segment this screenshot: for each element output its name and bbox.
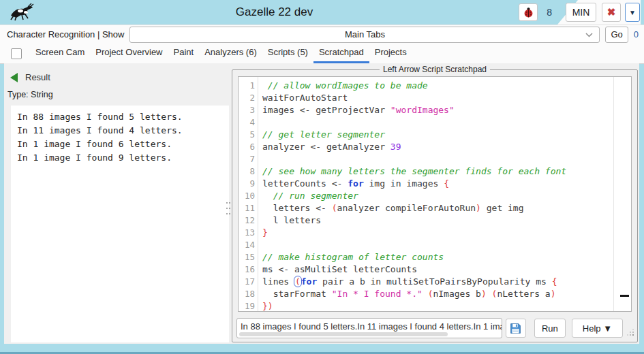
app-window: Gazelle 22 dev 8 MIN ✖ ▼ Character Recog… — [0, 0, 644, 354]
hscroll-thumb[interactable] — [239, 332, 448, 336]
result-line: In 11 images I found 4 letters. — [17, 124, 229, 138]
code-editor[interactable]: 12345678910111213141516171819 // allow w… — [238, 76, 632, 312]
status-row: In 88 images I found 5 letters.In 11 ima… — [236, 318, 634, 338]
line-number: 4 — [239, 116, 255, 129]
code-line: ms <- asMultiSet letterCounts — [262, 263, 613, 276]
line-number: 8 — [239, 165, 255, 178]
tab-projects[interactable]: Projects — [369, 44, 412, 63]
tab-bar: Screen CamProject OverviewPaintAnalyzers… — [0, 44, 644, 64]
minimize-button[interactable]: MIN — [566, 3, 596, 22]
code-line: // allow wordImages to be made — [262, 80, 613, 92]
go-counter: 0 — [634, 29, 640, 39]
debug-count-badge: 8 — [547, 7, 552, 18]
groupbox-legend: Left Arrow Script Scratchpad — [380, 65, 490, 74]
close-button[interactable]: ✖ — [602, 3, 621, 22]
floppy-disk-icon — [510, 323, 521, 334]
code-line: letterCounts <- for img in images { — [262, 178, 613, 190]
code-line: // get letter segmenter — [262, 129, 613, 141]
line-number: 16 — [239, 263, 255, 276]
debug-bug-button[interactable] — [519, 3, 538, 21]
editor-scrollbar[interactable] — [613, 77, 631, 311]
line-number-gutter: 12345678910111213141516171819 — [239, 77, 258, 311]
result-line: In 88 images I found 5 letters. — [17, 110, 229, 124]
resize-grip[interactable] — [626, 328, 634, 336]
content-area: Result Type: String In 88 images I found… — [4, 63, 639, 344]
code-line: images <- getProjectVar "wordImages" — [262, 104, 613, 116]
line-number: 12 — [239, 214, 255, 227]
line-number: 1 — [239, 80, 255, 92]
code-line: }) — [262, 300, 613, 311]
scrollbar-position-mark — [620, 295, 629, 297]
status-output-field[interactable]: In 88 images I found 5 letters.In 11 ima… — [236, 318, 502, 338]
resize-grip-icon — [632, 334, 634, 336]
close-icon: ✖ — [607, 6, 616, 18]
code-line: } — [262, 227, 613, 239]
help-menu-button[interactable]: Help ▼ — [572, 319, 623, 338]
result-type-label: Type: String — [7, 90, 229, 99]
line-number: 7 — [239, 153, 255, 165]
line-number: 11 — [239, 202, 255, 214]
code-line: l letters — [262, 214, 613, 227]
code-line — [262, 116, 613, 129]
code-line: // see how many letters the segmenter fi… — [262, 165, 613, 178]
save-button[interactable] — [506, 319, 526, 338]
panel-splitter[interactable] — [225, 63, 230, 344]
tab-screen-cam[interactable]: Screen Cam — [30, 44, 90, 63]
run-button[interactable]: Run — [534, 319, 566, 338]
code-text[interactable]: // allow wordImages to be madewaitForAut… — [258, 77, 613, 311]
show-combobox[interactable]: Main Tabs — [129, 27, 600, 43]
code-line — [262, 153, 613, 165]
code-line: starFormat "In * I found *." (nImages b)… — [262, 288, 613, 300]
line-number: 19 — [239, 300, 255, 312]
chevron-down-icon: ▼ — [629, 9, 636, 16]
result-panel: Result Type: String In 88 images I found… — [4, 63, 229, 344]
line-number: 9 — [239, 178, 255, 190]
toolbar: Character Recognition | Show Main Tabs G… — [0, 25, 644, 44]
back-arrow-icon — [10, 73, 18, 82]
code-line — [262, 239, 613, 251]
ladybug-icon — [523, 7, 534, 18]
line-number: 6 — [239, 141, 255, 153]
splitter-grip-icon — [226, 202, 228, 204]
tab-scratchpad[interactable]: Scratchpad — [313, 44, 369, 63]
tab-project-overview[interactable]: Project Overview — [90, 44, 168, 63]
result-output: In 88 images I found 5 letters.In 11 ima… — [11, 106, 229, 342]
result-line: In 1 image I found 9 letters. — [17, 151, 229, 165]
line-number: 13 — [239, 227, 255, 239]
screen-cam-checkbox[interactable] — [11, 48, 22, 59]
code-line: letters <- (analyzer compileForAutoRun) … — [262, 202, 613, 214]
go-button[interactable]: Go — [605, 27, 628, 43]
line-number: 2 — [239, 92, 255, 104]
result-line: In 1 image I found 6 letters. — [17, 138, 229, 151]
tab-paint[interactable]: Paint — [168, 44, 200, 63]
code-line: // run segmenter — [262, 190, 613, 202]
tab-scripts-5[interactable]: Scripts (5) — [262, 44, 313, 63]
line-number: 14 — [239, 239, 255, 251]
result-header-label: Result — [25, 72, 50, 82]
code-line: analyzer <- getAnalyzer 39 — [262, 141, 613, 153]
code-line: // make histogram of letter counts — [262, 251, 613, 263]
line-number: 15 — [239, 251, 255, 263]
chevron-down-icon — [585, 33, 593, 37]
titlebar-controls: 8 MIN ✖ ▼ — [519, 0, 640, 25]
tab-analyzers-6[interactable]: Analyzers (6) — [199, 44, 262, 63]
window-menu-button[interactable]: ▼ — [625, 3, 640, 22]
line-number: 17 — [239, 276, 255, 288]
line-number: 18 — [239, 288, 255, 300]
line-number: 5 — [239, 129, 255, 141]
scratchpad-groupbox: Left Arrow Script Scratchpad 12345678910… — [232, 69, 638, 342]
toolbar-label: Character Recognition | Show — [7, 29, 124, 39]
code-line: waitForAutoStart — [262, 92, 613, 104]
code-line: lines (for pair a b in multiSetToPairsBy… — [262, 276, 613, 288]
status-hscrollbar[interactable] — [239, 332, 500, 336]
result-header[interactable]: Result — [10, 72, 229, 82]
line-number: 10 — [239, 190, 255, 202]
status-text: In 88 images I found 5 letters.In 11 ima… — [237, 319, 502, 332]
header-rows: Character Recognition | Show Main Tabs G… — [0, 25, 644, 63]
window-title: Gazelle 22 dev — [0, 0, 549, 25]
line-number: 3 — [239, 104, 255, 116]
combobox-value: Main Tabs — [345, 29, 385, 39]
titlebar: Gazelle 22 dev 8 MIN ✖ ▼ — [0, 0, 644, 25]
